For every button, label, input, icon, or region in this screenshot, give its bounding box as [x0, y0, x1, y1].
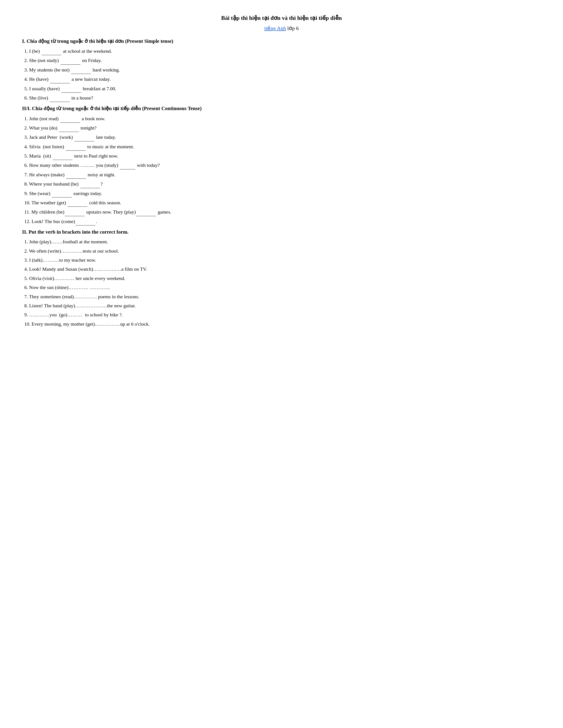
- list-item: 7. They sometimes (read)………….. poems in …: [22, 293, 541, 301]
- subtitle-text: lớp 6: [286, 25, 299, 31]
- blank: [50, 75, 70, 83]
- blank: [66, 142, 86, 151]
- list-item: 5. Olivia (visit)………… her uncle every we…: [22, 274, 541, 282]
- list-item: 5. I usually (have) breakfast at 7.00.: [22, 84, 541, 93]
- section1-items: 1. I (be) at school at the weekend. 2. S…: [22, 47, 541, 102]
- list-item: 3. Jack and Peter (work) late today.: [22, 133, 541, 141]
- list-item: 3. My students (be not) hard working.: [22, 66, 541, 74]
- blank: [41, 47, 61, 55]
- blank: [74, 133, 94, 141]
- list-item: 1. John (not read) a book now.: [22, 114, 541, 123]
- blank: [68, 198, 87, 207]
- list-item: 7. He always (make) noisy at night.: [22, 170, 541, 179]
- list-item: 11. My children (be) upstairs now. They …: [22, 208, 541, 216]
- blank: [61, 84, 81, 93]
- blank: [75, 217, 95, 225]
- list-item: 2. What you (do) tonight?: [22, 124, 541, 132]
- list-item: 12. Look! The bus (come) .: [22, 217, 541, 225]
- list-item: 2. She (not study) on Friday.: [22, 56, 541, 64]
- list-item: 6. How many other students ……… you (stud…: [22, 161, 541, 169]
- list-item: 1. I (be) at school at the weekend.: [22, 47, 541, 55]
- list-item: 10. Every morning, my mother (get)……………u…: [22, 320, 541, 328]
- blank: [52, 189, 72, 197]
- section1-heading: I. Chia động từ trong ngoặc ở thì hiện t…: [22, 37, 541, 45]
- section3-heading: II. Put the verb in brackets into the co…: [22, 228, 541, 236]
- list-item: 4. Look! Mandy and Susan (watch)…………..…a…: [22, 265, 541, 273]
- blank: [60, 114, 80, 123]
- list-item: 9. She (wear) earrings today.: [22, 189, 541, 197]
- blank: [53, 152, 72, 160]
- blank: [50, 94, 70, 102]
- blank: [59, 124, 79, 132]
- list-item: 8. Listen! The band (play)……………….the new…: [22, 302, 541, 310]
- list-item: 4. He (have) a new haircut today.: [22, 75, 541, 83]
- list-item: 5. Maria (sit) next to Paul right now.: [22, 152, 541, 160]
- list-item: 8. Where your husband (be) ?: [22, 180, 541, 188]
- blank: [66, 170, 86, 179]
- blank: [120, 161, 135, 169]
- list-item: 1. John (play)…….football at the moment.: [22, 238, 541, 246]
- list-item: 4. Silvia (not listen) to music at the m…: [22, 142, 541, 151]
- list-item: 2. We often (write)………….tests at our sch…: [22, 247, 541, 255]
- blank: [71, 66, 91, 74]
- list-item: 3. I (talk)……….to my teacher now.: [22, 256, 541, 264]
- section2-items: 1. John (not read) a book now. 2. What y…: [22, 114, 541, 226]
- list-item: 6. She (live) in a house?: [22, 94, 541, 102]
- section3-items: 1. John (play)…….football at the moment.…: [22, 238, 541, 328]
- list-item: 6. Now the sun (shine)………… …………: [22, 283, 541, 291]
- page-subtitle: tiếng Anh lớp 6: [22, 24, 541, 33]
- list-item: 10. The weather (get) cold this season.: [22, 198, 541, 207]
- blank: [60, 56, 80, 64]
- blank: [136, 208, 156, 216]
- blank: [80, 180, 100, 188]
- section2-heading: II/I. Chia động từ trong ngoặc ở thì hiệ…: [22, 104, 541, 113]
- blank: [65, 208, 85, 216]
- subtitle-link[interactable]: tiếng Anh: [264, 25, 286, 31]
- list-item: 9. …………you (go)……… to school by bike ?.: [22, 311, 541, 319]
- page-title: Bài tập thì hiện tại đơn và thì hiện tại…: [22, 13, 541, 23]
